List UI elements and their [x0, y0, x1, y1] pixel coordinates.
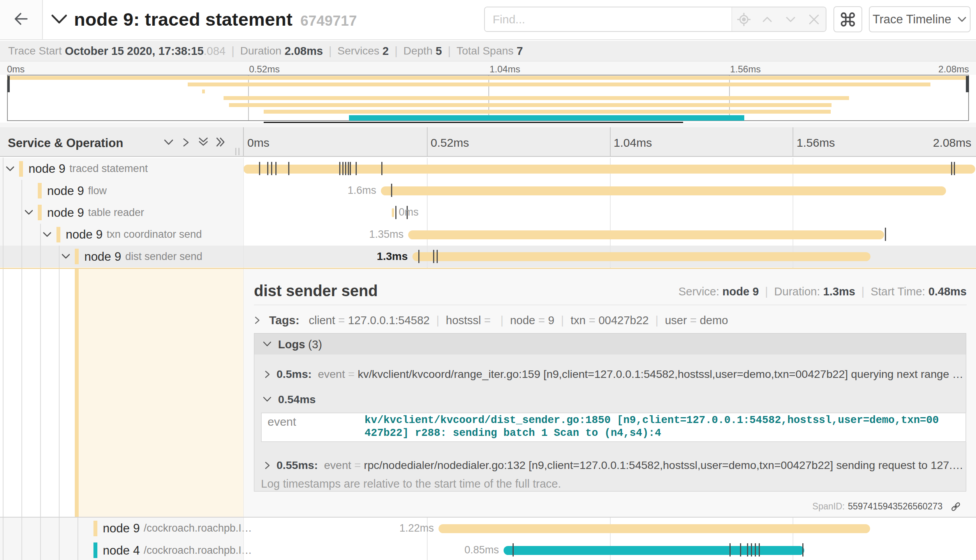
- log-entry[interactable]: 0.5ms: event = kv/kvclient/kvcoord/range…: [264, 368, 967, 381]
- tags-label: Tags:: [269, 314, 299, 327]
- detail-duration-value: 1.3ms: [823, 285, 855, 298]
- page-title: node 9: traced statement6749717: [74, 9, 357, 30]
- detail-divider: [254, 305, 967, 305]
- timeline-header-gridline: [610, 127, 611, 156]
- tags-items: client = 127.0.0.1:54582|hostssl = |node…: [309, 314, 728, 327]
- collapse-title-chevron-icon[interactable]: [51, 14, 67, 25]
- logs-note: Log timestamps are relative to the start…: [261, 477, 561, 490]
- prev-result-icon[interactable]: [758, 11, 776, 28]
- back-button[interactable]: [0, 0, 43, 39]
- trace-id: 6749717: [300, 13, 357, 29]
- detail-overview: Service: node 9 | Duration: 1.3ms | Star…: [678, 285, 967, 298]
- column-divider[interactable]: [243, 127, 244, 156]
- find-group: [484, 7, 826, 32]
- detail-start-time-value: 0.48ms: [928, 285, 967, 298]
- tag-separator: |: [430, 314, 446, 327]
- tag-separator: |: [494, 314, 510, 327]
- logs-header[interactable]: [254, 334, 966, 355]
- log-entry[interactable]: 0.54ms: [262, 393, 966, 406]
- log-entry[interactable]: 0.55ms: event = rpc/nodedialer/nodediale…: [264, 459, 967, 472]
- span-id-value: 5597415943526560273: [848, 501, 943, 512]
- expand-one-icon[interactable]: [182, 138, 190, 147]
- tags-expand-chevron-icon: [254, 316, 261, 325]
- back-arrow-icon: [0, 0, 43, 39]
- collapse-one-icon[interactable]: [164, 138, 174, 147]
- tag-separator: |: [554, 314, 571, 327]
- trace-title-text: node 9: traced statement: [74, 9, 292, 30]
- detail-duration-label: Duration:: [774, 285, 820, 298]
- span-detail-content: dist sender send Service: node 9 | Durat…: [0, 0, 976, 560]
- log-collapse-chevron-icon[interactable]: [262, 396, 272, 403]
- tag-item: hostssl =: [446, 314, 494, 327]
- timeline-table-header: Service & Operation 0ms0.52ms1.04ms1.56m…: [0, 127, 976, 157]
- detail-service-value: node 9: [722, 285, 759, 298]
- find-input[interactable]: [485, 7, 731, 31]
- clear-find-icon[interactable]: [805, 11, 823, 28]
- expand-all-icon[interactable]: [215, 137, 226, 147]
- detail-start-time-label: Start Time:: [870, 285, 925, 298]
- view-select-label: Trace Timeline: [872, 12, 951, 26]
- service-operation-header: Service & Operation: [8, 136, 123, 150]
- span-id-row: SpanID: 5597415943526560273: [812, 501, 967, 512]
- tag-item: node = 9: [510, 314, 555, 327]
- logs-title: Logs (3): [278, 338, 322, 351]
- timeline-header-tick-label: 0ms: [247, 136, 270, 149]
- find-icons: [731, 7, 826, 31]
- column-resize-grip[interactable]: [238, 148, 240, 155]
- tag-item: txn = 00427b22: [571, 314, 649, 327]
- select-chevron-down-icon: [957, 16, 967, 23]
- log-event-key: event: [268, 415, 296, 428]
- next-result-icon[interactable]: [782, 11, 800, 28]
- separator: |: [759, 285, 774, 298]
- deep-link-icon[interactable]: [950, 502, 961, 512]
- tags-row[interactable]: Tags: client = 127.0.0.1:54582|hostssl =…: [254, 314, 967, 327]
- locate-icon[interactable]: [735, 11, 753, 28]
- timeline-header-tick-label: 1.04ms: [614, 136, 652, 149]
- timeline-header-tick-label: 2.08ms: [933, 136, 971, 149]
- view-type-select[interactable]: Trace Timeline: [869, 6, 971, 32]
- span-id-label: SpanID:: [812, 501, 845, 512]
- log-event-value: kv/kvclient/kvcoord/dist_sender.go:1850 …: [365, 414, 966, 440]
- timeline-header-gridline: [427, 127, 428, 156]
- tag-separator: |: [649, 314, 665, 327]
- detail-operation-name: dist sender send: [254, 282, 378, 300]
- detail-service-label: Service:: [678, 285, 719, 298]
- timeline-header-gridline: [793, 127, 793, 156]
- timeline-header-tick-label: 1.56ms: [796, 136, 835, 149]
- column-resize-grip[interactable]: [235, 148, 236, 155]
- logs-collapse-chevron-icon[interactable]: [262, 341, 272, 348]
- keyboard-shortcuts-button[interactable]: [833, 6, 862, 32]
- tag-item: client = 127.0.0.1:54582: [309, 314, 430, 327]
- tag-item: user = demo: [665, 314, 728, 327]
- separator: |: [855, 285, 871, 298]
- timeline-header-tick-label: 0.52ms: [431, 136, 469, 149]
- command-icon: [840, 12, 855, 27]
- log-expand-chevron-icon[interactable]: [264, 461, 271, 470]
- collapse-all-icon[interactable]: [198, 137, 208, 147]
- log-expand-chevron-icon[interactable]: [264, 370, 271, 379]
